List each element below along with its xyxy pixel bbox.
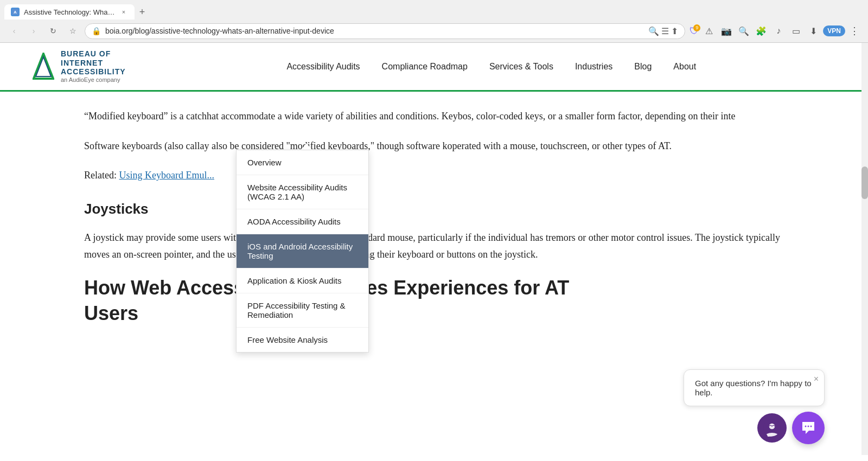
logo-sub: an AudioEye company — [61, 76, 126, 84]
related-label: Related: — [84, 170, 117, 181]
more-options-button[interactable]: ⋮ — [847, 23, 861, 39]
nav-blog[interactable]: Blog — [623, 57, 662, 76]
dropdown-item-free-analysis[interactable]: Free Website Analysis — [237, 328, 368, 352]
sidebar-icon[interactable]: ▭ — [788, 23, 803, 39]
reader-icon[interactable]: ☰ — [661, 26, 669, 36]
accessibility-audits-dropdown: Overview Website Accessibility Audits (W… — [236, 150, 369, 353]
browser-chrome: A Assistive Technology: What's a... × + … — [0, 0, 868, 43]
dropdown-item-website-audits[interactable]: Website Accessibility Audits (WCAG 2.1 A… — [237, 175, 368, 209]
dropdown-item-pdf-testing[interactable]: PDF Accessibility Testing & Remediation — [237, 293, 368, 328]
heading-how-web: How Web Accessibility Improves Experienc… — [84, 276, 797, 326]
music-icon[interactable]: ♪ — [771, 23, 786, 39]
logo-line2: INTERNET — [61, 59, 126, 68]
bookmark-button[interactable]: ☆ — [65, 23, 80, 39]
dropdown-item-ios-android[interactable]: iOS and Android Accessibility Testing — [237, 234, 368, 268]
refresh-button[interactable]: ↻ — [46, 23, 61, 39]
svg-text:A: A — [14, 10, 17, 15]
back-button[interactable]: ‹ — [7, 23, 22, 39]
chat-avatar[interactable] — [757, 413, 787, 443]
dropdown-item-overview[interactable]: Overview — [237, 150, 368, 175]
logo-line3: ACCESSIBILITY — [61, 67, 126, 76]
scrollbar-thumb[interactable] — [861, 167, 868, 199]
svg-point-8 — [810, 426, 812, 427]
dropdown-arrow — [301, 143, 312, 150]
url-text: boia.org/blog/assistive-technology-whats… — [105, 27, 644, 35]
main-navigation: Accessibility Audits Compliance Roadmap … — [148, 57, 835, 76]
extension-icon[interactable]: 🧩 — [754, 23, 769, 39]
logo-icon — [33, 53, 54, 80]
site-logo[interactable]: BUREAU OF INTERNET ACCESSIBILITY an Audi… — [33, 49, 126, 84]
zoom-icon[interactable]: 🔍 — [736, 23, 751, 39]
share-icon[interactable]: ⬆ — [671, 26, 678, 36]
logo-line1: BUREAU OF — [61, 49, 126, 59]
new-tab-button[interactable]: + — [135, 4, 150, 20]
chat-widget: × Got any questions? I'm happy to help. — [684, 369, 825, 444]
scrollbar[interactable] — [861, 43, 868, 455]
nav-accessibility-audits[interactable]: Accessibility Audits — [276, 57, 371, 76]
paragraph-modified-keyboard: “Modified keyboard” is a catchhat accomm… — [84, 108, 797, 125]
warning-icon[interactable]: ⚠ — [701, 23, 717, 39]
chat-bubble-close[interactable]: × — [814, 374, 819, 384]
nav-services-tools[interactable]: Services & Tools — [478, 57, 564, 76]
site-header: BUREAU OF INTERNET ACCESSIBILITY an Audi… — [0, 43, 868, 92]
browser-nav-bar: ‹ › ↻ ☆ 🔒 boia.org/blog/assistive-techno… — [0, 20, 868, 42]
download-icon[interactable]: ⬇ — [806, 23, 821, 39]
browser-action-icons: 🛡 9 ⚠ 📷 🔍 🧩 ♪ ▭ ⬇ VPN ⋮ — [690, 23, 861, 39]
vpn-button[interactable]: VPN — [823, 25, 845, 36]
lock-icon: 🔒 — [92, 27, 101, 35]
active-tab[interactable]: A Assistive Technology: What's a... × — [4, 4, 135, 20]
chat-bubble-text: Got any questions? I'm happy to help. — [695, 379, 812, 397]
website-content: BUREAU OF INTERNET ACCESSIBILITY an Audi… — [0, 43, 868, 455]
camera-icon[interactable]: 📷 — [719, 23, 734, 39]
paragraph-software-keyboards: Software keyboards (also callay also be … — [84, 138, 797, 155]
heading-joysticks: Joysticks — [84, 197, 797, 221]
forward-button[interactable]: › — [26, 23, 41, 39]
logo-text: BUREAU OF INTERNET ACCESSIBILITY an Audi… — [61, 49, 126, 84]
nav-compliance-roadmap[interactable]: Compliance Roadmap — [371, 57, 478, 76]
tab-title: Assistive Technology: What's a... — [24, 8, 115, 16]
dropdown-item-app-kiosk[interactable]: Application & Kiosk Audits — [237, 268, 368, 293]
nav-about[interactable]: About — [662, 57, 707, 76]
shield-badge-count: 9 — [693, 24, 700, 31]
paragraph-joystick: A joystick may provide some users with m… — [84, 229, 797, 262]
paragraph-related: Related: Using Keyboard Emul... — [84, 167, 797, 184]
address-bar-icons: 🔍 ☰ ⬆ — [648, 26, 678, 36]
tab-bar: A Assistive Technology: What's a... × + — [0, 0, 868, 20]
related-link[interactable]: Using Keyboard Emul... — [119, 170, 214, 181]
dropdown-item-aoda-audits[interactable]: AODA Accessibility Audits — [237, 209, 368, 234]
address-bar[interactable]: 🔒 boia.org/blog/assistive-technology-wha… — [85, 23, 685, 39]
svg-point-7 — [808, 426, 809, 427]
tab-favicon: A — [11, 8, 20, 16]
search-icon[interactable]: 🔍 — [648, 26, 659, 36]
svg-point-6 — [805, 426, 807, 427]
chat-bubble: × Got any questions? I'm happy to help. — [684, 369, 825, 406]
article-content: “Modified keyboard” is a catchhat accomm… — [0, 92, 868, 347]
shield-icon-badge[interactable]: 🛡 9 — [690, 25, 699, 37]
chat-open-button[interactable] — [792, 412, 825, 444]
nav-industries[interactable]: Industries — [564, 57, 623, 76]
tab-close-button[interactable]: × — [119, 8, 128, 16]
